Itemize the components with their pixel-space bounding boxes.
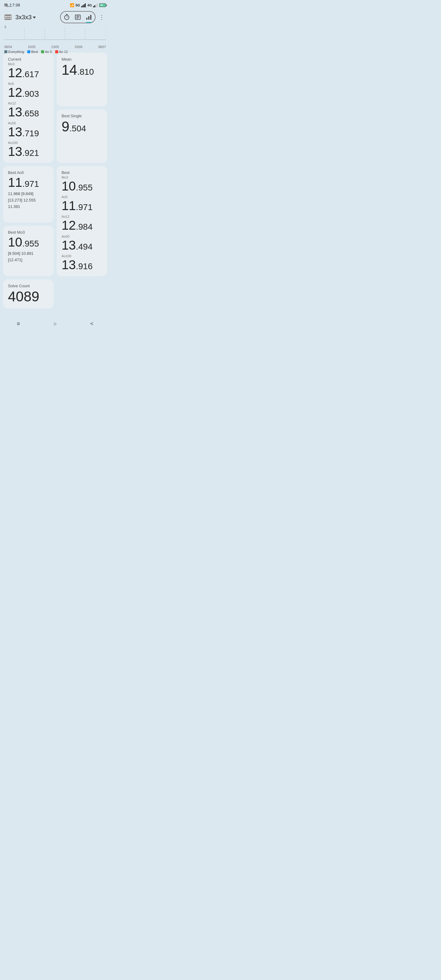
current-ao100-value: 13.921: [8, 145, 49, 159]
mean-card[interactable]: Mean 14.810: [57, 52, 107, 106]
hamburger-line-2: [5, 17, 11, 18]
solve-count-label: Solve Count: [8, 283, 49, 288]
chevron-down-icon: [33, 16, 36, 19]
chart-y-top-label: 3: [4, 25, 6, 29]
chart-area: 3 08/04 10/05 23/05 03/06 08/07 Everythi…: [0, 25, 110, 49]
best-mo3-section: Mo3 10.955: [62, 175, 102, 193]
best-label: Best: [62, 170, 102, 175]
cards-grid: Current Mo3 12.617 Ao5 12.903 Ao12 13.65…: [0, 49, 110, 312]
best-ao5-detail-3: 11.391: [8, 204, 20, 209]
hamburger-line-1: [5, 15, 11, 16]
best-mo3-detail-2: [12.471]: [8, 258, 22, 262]
best-ao50-sub-decimal: .494: [76, 242, 93, 251]
legend-ao5: Ao 5: [41, 50, 52, 54]
mean-label: Mean: [62, 57, 102, 62]
timer-view-button[interactable]: [62, 13, 71, 21]
best-mo3-integer: 10: [62, 179, 76, 193]
current-mo3-integer: 12: [8, 65, 22, 80]
best-ao12-sub-integer: 12: [62, 218, 76, 232]
current-ao100-section: Ao100 13.921: [8, 141, 49, 159]
chart-x-label-3: 23/05: [51, 45, 59, 49]
nav-menu-button[interactable]: ≡: [11, 319, 26, 329]
status-icons: 📶 5G 4G 38: [70, 3, 106, 7]
best-mo3-card-value: 10.955: [8, 235, 49, 249]
best-ao100-sub-value: 13.916: [62, 258, 102, 272]
best-ao5-integer: 11: [8, 175, 22, 189]
current-mo3-decimal: .617: [22, 70, 39, 79]
hamburger-button[interactable]: [4, 14, 12, 20]
legend-best: Best: [27, 50, 38, 54]
mean-integer: 14: [62, 62, 77, 78]
chart-view-button[interactable]: [84, 13, 93, 21]
best-single-integer: 9: [62, 119, 70, 134]
best-ao50-section: Ao50 13.494: [62, 235, 102, 252]
best-ao5-card[interactable]: Best Ao5 11.971 11.968 [9.849] [13.273] …: [3, 166, 54, 223]
signal-icon: [81, 3, 86, 7]
current-ao50-decimal: .719: [22, 129, 39, 138]
nav-back-button[interactable]: <: [84, 319, 100, 329]
best-ao12-sub-decimal: .984: [76, 222, 93, 232]
puzzle-selector-button[interactable]: 3x3x3: [15, 14, 36, 21]
chart-x-label-5: 08/07: [98, 45, 106, 49]
best-mo3-detail: [9.504] 10.891 [12.471]: [8, 250, 49, 263]
svg-rect-6: [96, 4, 97, 7]
legend-dot-ao12: [55, 50, 58, 53]
svg-line-11: [67, 16, 68, 18]
best-single-card[interactable]: Best Single 9.504: [57, 109, 107, 163]
signal-icon-2: [93, 3, 98, 7]
nav-home-button[interactable]: ○: [48, 319, 63, 329]
toolbar-right: ⋮: [60, 11, 106, 23]
solve-count-value: 4089: [8, 289, 49, 304]
legend-label-everything: Everything: [8, 50, 24, 54]
best-ao100-sub-integer: 13: [62, 258, 76, 272]
current-ao50-section: Ao50 13.719: [8, 121, 49, 139]
current-ao100-decimal: .921: [22, 148, 39, 158]
svg-rect-2: [84, 4, 84, 7]
best-ao12-section: Ao12 12.984: [62, 215, 102, 232]
best-mo3-card[interactable]: Best Mo3 10.955 [9.504] 10.891 [12.471]: [3, 226, 54, 276]
best-single-decimal: .504: [70, 124, 86, 133]
current-ao12-integer: 13: [8, 105, 22, 119]
legend-label-best: Best: [31, 50, 38, 54]
network-4g: 4G: [87, 3, 92, 7]
current-ao50-value: 13.719: [8, 125, 49, 139]
current-mo3-value: 12.617: [8, 66, 49, 80]
best-ao5-decimal: .971: [22, 179, 39, 189]
mean-value: 14.810: [62, 62, 102, 78]
best-mo3-detail-1: [9.504] 10.891: [8, 251, 33, 256]
current-ao100-integer: 13: [8, 144, 22, 159]
solve-count-card[interactable]: Solve Count 4089: [3, 279, 54, 309]
best-ao50-sub-integer: 13: [62, 238, 76, 252]
list-icon: [75, 14, 81, 21]
best-ao5-section: Ao5 11.971: [62, 195, 102, 213]
svg-rect-5: [94, 5, 95, 7]
best-ao5-detail-2: [13.273] 12.555: [8, 198, 35, 202]
current-ao5-integer: 12: [8, 85, 22, 100]
legend-dot-ao5: [41, 50, 44, 53]
svg-rect-0: [81, 6, 82, 7]
best-mo3-card-decimal: .955: [22, 239, 39, 248]
svg-rect-18: [90, 15, 92, 20]
chart-legend: Everything Best Ao 5 Ao 12: [4, 49, 106, 54]
best-ao5-sub-value: 11.971: [62, 199, 102, 213]
list-view-button[interactable]: [73, 13, 82, 21]
chart-x-label-4: 03/06: [75, 45, 83, 49]
current-label: Current: [8, 57, 49, 62]
bluetooth-icon: 📶: [70, 3, 75, 7]
best-ao100-section: Ao100 13.916: [62, 254, 102, 272]
best-single-value: 9.504: [62, 119, 102, 134]
puzzle-title: 3x3x3: [15, 14, 32, 21]
best-card[interactable]: Best Mo3 10.955 Ao5 11.971 Ao12 12.984 A…: [57, 166, 107, 276]
svg-rect-4: [93, 6, 94, 7]
current-card[interactable]: Current Mo3 12.617 Ao5 12.903 Ao12 13.65…: [3, 52, 54, 163]
best-mo3-decimal: .955: [76, 183, 93, 192]
legend-dot-best: [27, 50, 30, 53]
best-mo3-value: 10.955: [62, 179, 102, 193]
timer-icon: [64, 14, 70, 21]
svg-rect-16: [86, 18, 88, 20]
more-options-button[interactable]: ⋮: [97, 12, 106, 22]
current-ao5-section: Ao5 12.903: [8, 82, 49, 100]
status-bar: 晚上7:38 📶 5G 4G 38: [0, 0, 110, 9]
legend-label-ao12: Ao 12: [59, 50, 68, 54]
network-5g: 5G: [76, 3, 80, 7]
